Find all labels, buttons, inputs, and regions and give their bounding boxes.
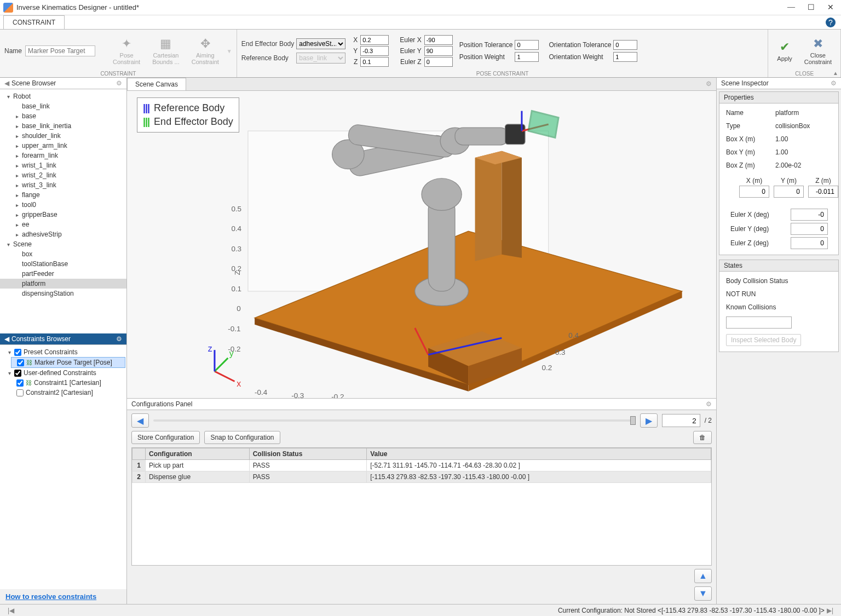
svg-rect-17 bbox=[455, 128, 509, 145]
tree-item-tool0[interactable]: ▸tool0 bbox=[0, 200, 126, 210]
insp-eulerz-input[interactable] bbox=[791, 237, 828, 249]
minimize-button[interactable]: — bbox=[786, 3, 796, 12]
constraint2-node[interactable]: Constraint2 [Cartesian] bbox=[11, 388, 125, 398]
delete-config-button[interactable]: 🗑 bbox=[693, 431, 712, 444]
tab-constraint[interactable]: CONSTRAINT bbox=[3, 15, 65, 29]
reference-body-label: Reference Body bbox=[241, 54, 295, 62]
gear-icon[interactable]: ⚙ bbox=[701, 78, 716, 90]
x-label: X bbox=[353, 36, 359, 44]
tree-item-Robot[interactable]: ▾Robot bbox=[0, 91, 126, 101]
config-slider[interactable] bbox=[153, 419, 636, 422]
tree-item-wrist_3_link[interactable]: ▸wrist_3_link bbox=[0, 180, 126, 190]
tree-item-box[interactable]: box bbox=[0, 249, 126, 259]
constraint-name-input[interactable] bbox=[25, 45, 95, 56]
eulerz-input[interactable] bbox=[424, 57, 453, 67]
pos-wt-label: Position Weight bbox=[459, 53, 513, 61]
y-input[interactable] bbox=[360, 46, 389, 56]
pos-wt-input[interactable] bbox=[515, 52, 539, 62]
tree-item-shoulder_link[interactable]: ▸shoulder_link bbox=[0, 131, 126, 141]
tree-item-gripperBase[interactable]: ▸gripperBase bbox=[0, 210, 126, 220]
resolve-constraints-link[interactable]: How to resolve constraints bbox=[0, 589, 126, 604]
constraint1-node[interactable]: ⛓Constraint1 [Cartesian] bbox=[11, 378, 125, 388]
scene-inspector-header: Scene Inspector⚙ bbox=[717, 78, 841, 89]
gear-icon[interactable]: ⚙ bbox=[116, 335, 122, 343]
close-constraint-button[interactable]: ✖Close Constraint bbox=[800, 36, 836, 66]
tree-item-adhesiveStrip[interactable]: ▸adhesiveStrip bbox=[0, 229, 126, 239]
statusbar: |◀ Current Configuration: Not Stored <[-… bbox=[0, 604, 841, 616]
tree-item-dispensingStation[interactable]: dispensingStation bbox=[0, 289, 126, 298]
prev-config-button[interactable]: ◀ bbox=[131, 413, 149, 428]
end-effector-label: End Effector Body bbox=[241, 40, 295, 48]
x-input[interactable] bbox=[360, 35, 389, 45]
pose-constraint-button: ✦Pose Constraint bbox=[108, 36, 145, 66]
expand-panel-icon[interactable]: ▲ bbox=[833, 70, 838, 76]
help-icon[interactable]: ? bbox=[826, 18, 836, 27]
gear-icon[interactable]: ⚙ bbox=[116, 79, 122, 87]
pos-x-input[interactable] bbox=[739, 186, 769, 198]
tree-item-wrist_2_link[interactable]: ▸wrist_2_link bbox=[0, 170, 126, 180]
user-defined-node[interactable]: ▾User-defined Constraints bbox=[1, 368, 125, 378]
tree-item-platform[interactable]: platform bbox=[0, 279, 126, 289]
tree-item-base[interactable]: ▸base bbox=[0, 111, 126, 121]
config-index-input[interactable] bbox=[662, 414, 700, 427]
gear-icon[interactable]: ⚙ bbox=[831, 79, 837, 87]
scene-canvas-tab[interactable]: Scene Canvas bbox=[127, 78, 186, 90]
configurations-table[interactable]: ConfigurationCollision StatusValue 1Pick… bbox=[131, 447, 712, 566]
maximize-button[interactable]: ☐ bbox=[806, 3, 816, 12]
known-collisions-input[interactable] bbox=[726, 316, 792, 329]
config-row[interactable]: 2Dispense gluePASS[-115.43 279.83 -82.53… bbox=[133, 471, 711, 483]
status-prev-icon[interactable]: |◀ bbox=[5, 607, 16, 614]
scene-browser-tree[interactable]: ▾Robotbase_link▸base▸base_link_inertia▸s… bbox=[0, 89, 126, 333]
svg-text:-0.2: -0.2 bbox=[331, 393, 344, 398]
move-config-up-button[interactable]: ▲ bbox=[694, 569, 712, 583]
canvas-tabstrip: Scene Canvas ⚙ bbox=[127, 78, 716, 91]
tree-item-base_link[interactable]: base_link bbox=[0, 101, 126, 111]
tree-item-toolStationBase[interactable]: toolStationBase bbox=[0, 259, 126, 269]
tree-item-Scene[interactable]: ▾Scene bbox=[0, 239, 126, 249]
eulery-input[interactable] bbox=[424, 46, 453, 56]
aiming-constraint-button: ✥Aiming Constraint bbox=[187, 36, 223, 66]
constraint-icon: ⛓ bbox=[26, 379, 32, 386]
insp-eulery-input[interactable] bbox=[791, 223, 828, 235]
eulerx-input[interactable] bbox=[424, 35, 453, 45]
ori-tol-input[interactable] bbox=[613, 40, 637, 50]
move-config-down-button[interactable]: ▼ bbox=[694, 586, 712, 601]
z-input[interactable] bbox=[360, 57, 389, 67]
insp-eulerx-input[interactable] bbox=[791, 209, 828, 221]
svg-line-22 bbox=[215, 371, 235, 381]
tree-item-base_link_inertia[interactable]: ▸base_link_inertia bbox=[0, 121, 126, 131]
store-configuration-button[interactable]: Store Configuration bbox=[131, 431, 200, 444]
gear-icon[interactable]: ⚙ bbox=[706, 400, 712, 408]
preset-constraints-node[interactable]: ▾Preset Constraints bbox=[1, 347, 125, 357]
trash-icon: 🗑 bbox=[699, 434, 706, 441]
apply-button[interactable]: ✔Apply bbox=[773, 39, 797, 63]
pos-y-input[interactable] bbox=[774, 186, 804, 198]
next-config-button[interactable]: ▶ bbox=[640, 413, 658, 428]
tree-item-partFeeder[interactable]: partFeeder bbox=[0, 269, 126, 279]
constraints-browser[interactable]: ▾Preset Constraints ⛓Marker Pose Target … bbox=[0, 345, 126, 589]
config-total: / 2 bbox=[705, 417, 712, 424]
tree-item-wrist_1_link[interactable]: ▸wrist_1_link bbox=[0, 160, 126, 170]
end-effector-select[interactable]: adhesiveSt... bbox=[296, 38, 345, 49]
svg-text:0.5: 0.5 bbox=[231, 205, 241, 213]
config-row[interactable]: 1Pick up partPASS[-52.71 311.91 -145.70 … bbox=[133, 460, 711, 471]
cartesian-bounds-button: ▦Cartesian Bounds ... bbox=[148, 36, 184, 66]
pose-icon: ✦ bbox=[122, 37, 131, 51]
tree-item-upper_arm_link[interactable]: ▸upper_arm_link bbox=[0, 141, 126, 151]
marker-pose-target-node[interactable]: ⛓Marker Pose Target [Pose] bbox=[11, 357, 125, 368]
close-window-button[interactable]: ✕ bbox=[826, 3, 836, 12]
pos-tol-label: Position Tolerance bbox=[459, 41, 513, 49]
status-next-icon[interactable]: ▶| bbox=[825, 607, 836, 614]
pos-z-input[interactable] bbox=[808, 186, 838, 198]
tree-item-forearm_link[interactable]: ▸forearm_link bbox=[0, 151, 126, 160]
close-x-icon: ✖ bbox=[813, 37, 823, 51]
ori-wt-label: Orientation Weight bbox=[549, 53, 611, 61]
tree-item-ee[interactable]: ▸ee bbox=[0, 220, 126, 229]
pos-tol-input[interactable] bbox=[515, 40, 539, 50]
tree-item-flange[interactable]: ▸flange bbox=[0, 190, 126, 200]
end-effector-marker: ||| bbox=[143, 116, 149, 128]
svg-text:0.1: 0.1 bbox=[231, 285, 241, 293]
scene-canvas[interactable]: |||Reference Body |||End Effector Body bbox=[127, 91, 716, 398]
snap-to-configuration-button[interactable]: Snap to Configuration bbox=[204, 431, 280, 444]
ori-wt-input[interactable] bbox=[613, 52, 637, 62]
